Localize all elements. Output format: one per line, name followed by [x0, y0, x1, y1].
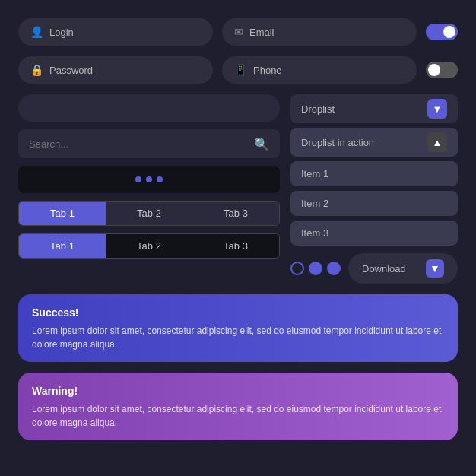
toggle-1-knob — [443, 26, 455, 38]
radio-circle-2[interactable] — [309, 262, 322, 275]
search-input[interactable] — [29, 138, 248, 150]
chevron-up-icon: ▲ — [427, 132, 447, 152]
tab2-2[interactable]: Tab 2 — [106, 234, 192, 258]
warning-title: Warning! — [32, 383, 444, 399]
left-column: 🔍 Tab 1 Tab 2 Tab 3 Tab 1 Tab 2 Tab 3 — [18, 94, 280, 259]
success-alert: Success! Lorem ipsum dolor sit amet, con… — [18, 294, 458, 362]
droplist-open-label: Droplist in action — [301, 137, 374, 148]
warning-alert: Warning! Lorem ipsum dolor sit amet, con… — [18, 373, 458, 440]
email-icon: ✉ — [234, 26, 243, 38]
download-row: Download ▼ — [290, 253, 458, 284]
phone-icon: 📱 — [234, 64, 247, 76]
download-button[interactable]: Download ▼ — [348, 253, 458, 284]
droplist-button[interactable]: Droplist ▼ — [290, 94, 458, 123]
input-row-1: 👤 Login ✉ Email — [18, 18, 458, 46]
radio-circle-1[interactable] — [290, 262, 304, 275]
tabs-row-1: Tab 1 Tab 2 Tab 3 — [18, 201, 280, 226]
droplist-label: Droplist — [301, 103, 335, 115]
tab2-3[interactable]: Tab 3 — [192, 234, 279, 258]
user-icon: 👤 — [30, 26, 43, 38]
tab-1-active[interactable]: Tab 1 — [19, 202, 106, 225]
right-column: Droplist ▼ Droplist in action ▲ Item 1 I… — [290, 94, 458, 284]
toggle-2[interactable] — [426, 62, 458, 78]
radio-group — [290, 262, 341, 275]
download-arrow-icon: ▼ — [426, 259, 444, 278]
tab-2[interactable]: Tab 2 — [106, 202, 192, 225]
ui-container: 👤 Login ✉ Email 🔒 Password 📱 Phone — [18, 18, 458, 440]
text-input-bar[interactable] — [18, 94, 280, 122]
toggle-2-knob — [428, 64, 440, 76]
login-label: Login — [49, 27, 74, 38]
dot-2 — [146, 176, 152, 182]
drop-item-2[interactable]: Item 2 — [290, 191, 458, 216]
password-label: Password — [49, 65, 93, 76]
chevron-down-icon: ▼ — [427, 99, 447, 119]
phone-label: Phone — [253, 65, 282, 76]
drop-item-1[interactable]: Item 1 — [290, 161, 458, 186]
email-field[interactable]: ✉ Email — [222, 18, 417, 46]
phone-field[interactable]: 📱 Phone — [222, 56, 417, 84]
download-label: Download — [362, 263, 406, 274]
radio-circle-3[interactable] — [327, 262, 341, 275]
main-section: 🔍 Tab 1 Tab 2 Tab 3 Tab 1 Tab 2 Tab 3 — [18, 94, 458, 284]
login-field[interactable]: 👤 Login — [18, 18, 213, 46]
dot-bar[interactable] — [18, 166, 280, 193]
tabs-row-2: Tab 1 Tab 2 Tab 3 — [18, 233, 280, 259]
email-label: Email — [249, 27, 274, 38]
toggle-2-col — [426, 62, 458, 78]
toggle-1[interactable] — [426, 24, 458, 40]
tab2-1-active[interactable]: Tab 1 — [19, 234, 106, 258]
drop-item-3[interactable]: Item 3 — [290, 221, 458, 246]
password-field[interactable]: 🔒 Password — [18, 56, 213, 84]
toggles-column — [426, 24, 458, 40]
tab-3[interactable]: Tab 3 — [192, 202, 279, 225]
search-icon: 🔍 — [254, 137, 269, 151]
success-title: Success! — [32, 305, 444, 321]
droplist-open-button[interactable]: Droplist in action ▲ — [290, 128, 458, 157]
warning-text: Lorem ipsum dolor sit amet, consectetur … — [32, 402, 444, 430]
input-row-2: 🔒 Password 📱 Phone — [18, 56, 458, 84]
success-text: Lorem ipsum dolor sit amet, consectetur … — [32, 324, 444, 351]
lock-icon: 🔒 — [30, 64, 43, 76]
search-bar[interactable]: 🔍 — [18, 129, 280, 158]
dot-1 — [135, 176, 141, 182]
dot-3 — [157, 176, 163, 182]
